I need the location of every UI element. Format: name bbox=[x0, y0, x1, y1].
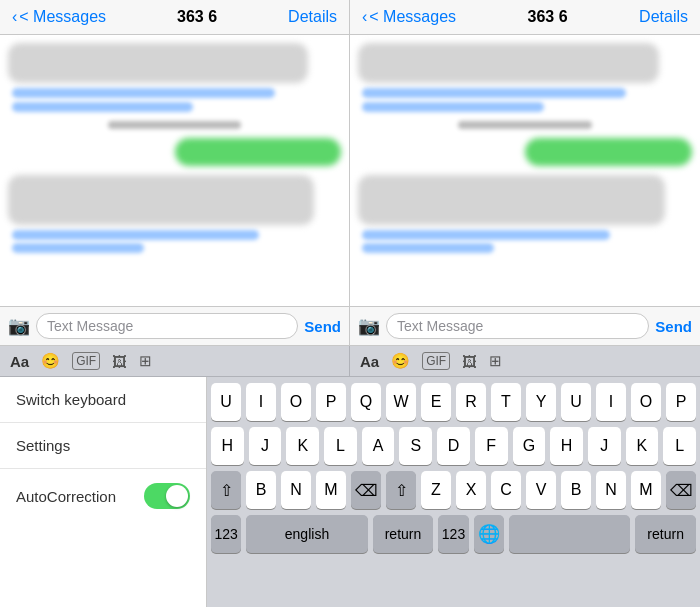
key-O1[interactable]: O bbox=[281, 383, 311, 421]
autocorrection-label: AutoCorrection bbox=[16, 488, 116, 505]
menu-item-autocorrection[interactable]: AutoCorrection bbox=[0, 469, 206, 523]
num-key-left[interactable]: 123 bbox=[211, 515, 241, 553]
key-K1[interactable]: K bbox=[286, 427, 319, 465]
key-W[interactable]: W bbox=[386, 383, 416, 421]
msg-line-blue-2 bbox=[12, 102, 193, 112]
aa-button-left[interactable]: Aa bbox=[10, 353, 29, 370]
photo-icon-right[interactable]: 🖼 bbox=[462, 353, 477, 370]
shift-key-right[interactable]: ⇧ bbox=[386, 471, 416, 509]
autocorrection-toggle[interactable] bbox=[144, 483, 190, 509]
key-F[interactable]: F bbox=[475, 427, 508, 465]
key-Q[interactable]: Q bbox=[351, 383, 381, 421]
key-G[interactable]: G bbox=[513, 427, 546, 465]
text-input-left[interactable]: Text Message bbox=[36, 313, 298, 339]
key-K2[interactable]: K bbox=[626, 427, 659, 465]
key-U2[interactable]: U bbox=[561, 383, 591, 421]
key-P1[interactable]: P bbox=[316, 383, 346, 421]
camera-icon-left[interactable]: 📷 bbox=[8, 315, 30, 337]
key-M2[interactable]: M bbox=[631, 471, 661, 509]
text-input-right[interactable]: Text Message bbox=[386, 313, 649, 339]
space-key-left[interactable]: english bbox=[246, 515, 367, 553]
key-E[interactable]: E bbox=[421, 383, 451, 421]
key-Z[interactable]: Z bbox=[421, 471, 451, 509]
msg-line-blue-right-2 bbox=[362, 102, 544, 112]
details-right[interactable]: Details bbox=[639, 8, 688, 26]
space-key-right[interactable] bbox=[509, 515, 630, 553]
shift-key-left[interactable]: ⇧ bbox=[211, 471, 241, 509]
key-D[interactable]: D bbox=[437, 427, 470, 465]
delete-key-left[interactable]: ⌫ bbox=[351, 471, 381, 509]
bubble-sent-green-right bbox=[525, 138, 692, 166]
msg-line-blue-3 bbox=[12, 230, 259, 240]
camera-icon-right[interactable]: 📷 bbox=[358, 315, 380, 337]
toolbar-half-left: Aa 😊 GIF 🖼 ⊞ bbox=[0, 346, 350, 376]
title-right: 363 6 bbox=[528, 8, 568, 26]
key-P2[interactable]: P bbox=[666, 383, 696, 421]
key-T[interactable]: T bbox=[491, 383, 521, 421]
key-N2[interactable]: N bbox=[596, 471, 626, 509]
key-H2[interactable]: H bbox=[550, 427, 583, 465]
menu-item-switch-keyboard[interactable]: Switch keyboard bbox=[0, 377, 206, 423]
msg-line-blue-1 bbox=[12, 88, 275, 98]
key-B1[interactable]: B bbox=[246, 471, 276, 509]
photo-icon-left[interactable]: 🖼 bbox=[112, 353, 127, 370]
title-left: 363 6 bbox=[177, 8, 217, 26]
key-I2[interactable]: I bbox=[596, 383, 626, 421]
input-half-left: 📷 Text Message Send bbox=[0, 307, 350, 345]
num-key-right[interactable]: 123 bbox=[438, 515, 468, 553]
status-half-right: ‹ < Messages 363 6 Details bbox=[350, 0, 700, 34]
key-row-2: H J K L A S D F G H J K L bbox=[211, 427, 696, 465]
key-X[interactable]: X bbox=[456, 471, 486, 509]
key-L1[interactable]: L bbox=[324, 427, 357, 465]
message-area bbox=[0, 35, 700, 306]
key-U1[interactable]: U bbox=[211, 383, 241, 421]
back-button-left[interactable]: ‹ < Messages bbox=[12, 8, 106, 26]
key-C[interactable]: C bbox=[491, 471, 521, 509]
key-M1[interactable]: M bbox=[316, 471, 346, 509]
settings-label: Settings bbox=[16, 437, 70, 454]
return-key-right[interactable]: return bbox=[635, 515, 696, 553]
back-label-left: < Messages bbox=[19, 8, 106, 26]
back-button-right[interactable]: ‹ < Messages bbox=[362, 8, 456, 26]
key-B2[interactable]: B bbox=[561, 471, 591, 509]
apps-icon-left[interactable]: ⊞ bbox=[139, 352, 152, 370]
details-left[interactable]: Details bbox=[288, 8, 337, 26]
delete-key-right[interactable]: ⌫ bbox=[666, 471, 696, 509]
menu-item-settings[interactable]: Settings bbox=[0, 423, 206, 469]
key-J2[interactable]: J bbox=[588, 427, 621, 465]
return-key-left[interactable]: return bbox=[373, 515, 434, 553]
aa-button-right[interactable]: Aa bbox=[360, 353, 379, 370]
name-line-1 bbox=[108, 121, 241, 129]
send-button-right[interactable]: Send bbox=[655, 318, 692, 335]
key-R[interactable]: R bbox=[456, 383, 486, 421]
key-I1[interactable]: I bbox=[246, 383, 276, 421]
key-A[interactable]: A bbox=[362, 427, 395, 465]
message-pane-right bbox=[350, 35, 700, 306]
key-J1[interactable]: J bbox=[249, 427, 282, 465]
bubble-received-1 bbox=[8, 43, 308, 83]
key-N1[interactable]: N bbox=[281, 471, 311, 509]
key-V[interactable]: V bbox=[526, 471, 556, 509]
toolbar-half-right: Aa 😊 GIF 🖼 ⊞ bbox=[350, 346, 700, 376]
key-H1[interactable]: H bbox=[211, 427, 244, 465]
status-bar: ‹ < Messages 363 6 Details ‹ < Messages … bbox=[0, 0, 700, 35]
msg-line-blue-right-3 bbox=[362, 230, 610, 240]
chevron-left-icon-right: ‹ bbox=[362, 8, 367, 26]
emoji-icon-right[interactable]: 😊 bbox=[391, 352, 410, 370]
gif-icon-left[interactable]: GIF bbox=[72, 352, 100, 370]
msg-line-blue-right-4 bbox=[362, 243, 494, 253]
key-S[interactable]: S bbox=[399, 427, 432, 465]
key-Y[interactable]: Y bbox=[526, 383, 556, 421]
toggle-knob bbox=[166, 485, 188, 507]
bubble-received-2 bbox=[8, 175, 314, 225]
key-row-1: U I O P Q W E R T Y U I O P bbox=[211, 383, 696, 421]
key-L2[interactable]: L bbox=[663, 427, 696, 465]
globe-key[interactable]: 🌐 bbox=[474, 515, 504, 553]
bubble-received-right-2 bbox=[358, 175, 665, 225]
send-button-left[interactable]: Send bbox=[304, 318, 341, 335]
gif-icon-right[interactable]: GIF bbox=[422, 352, 450, 370]
key-row-3: ⇧ B N M ⌫ ⇧ Z X C V B N M ⌫ bbox=[211, 471, 696, 509]
apps-icon-right[interactable]: ⊞ bbox=[489, 352, 502, 370]
emoji-icon-left[interactable]: 😊 bbox=[41, 352, 60, 370]
key-O2[interactable]: O bbox=[631, 383, 661, 421]
